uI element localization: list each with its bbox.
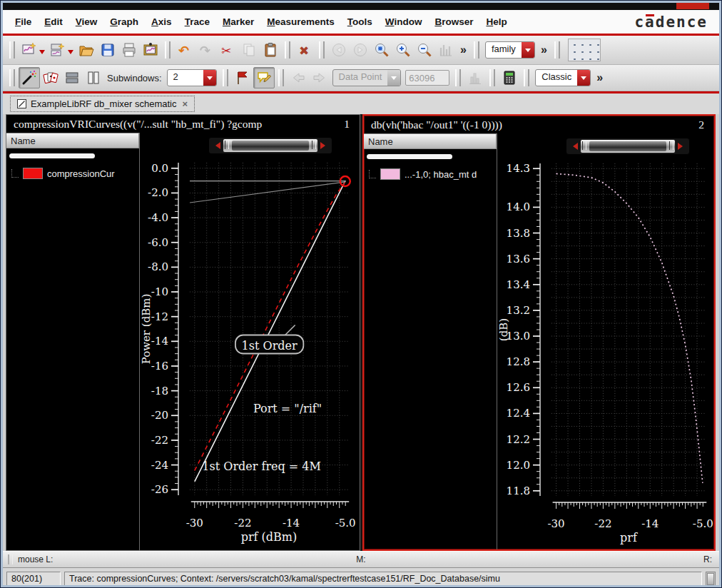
plot-annotation: 1st Order freq = 4M (202, 460, 321, 473)
trace-reference-extrapolation-line[interactable] (190, 182, 345, 203)
menu-graph[interactable]: Graph (103, 15, 145, 29)
slider-handle[interactable] (580, 139, 676, 153)
slider-grip-left[interactable] (582, 141, 586, 150)
annotate-icon[interactable] (253, 67, 275, 88)
trace-list[interactable]: compressionCur (6, 148, 139, 550)
svg-text:12.4: 12.4 (507, 407, 530, 420)
message-scrollbar-thumb[interactable] (707, 573, 714, 585)
svg-text:-30: -30 (186, 517, 203, 529)
svg-text:13.4: 13.4 (507, 278, 530, 291)
trace-list[interactable]: ...-1,0; hbac_mt d (364, 149, 497, 549)
cadence-logo: cadence (634, 14, 708, 31)
plot-canvas-2[interactable]: 14.314.013.813.613.413.213.012.812.612.4… (497, 156, 714, 549)
split-cols-icon[interactable] (83, 67, 104, 88)
calculator-icon[interactable] (499, 67, 520, 88)
toolbar-overflow-icon[interactable]: » (460, 44, 467, 56)
tab-label: ExampleLibRF db_mixer schematic (31, 98, 176, 109)
delete-icon[interactable]: ✖ (294, 39, 315, 61)
menu-tools[interactable]: Tools (341, 15, 379, 29)
paste-icon[interactable] (260, 39, 281, 61)
svg-text:-10: -10 (151, 285, 168, 298)
slider-right-arrow-icon[interactable] (678, 143, 686, 150)
menu-file[interactable]: File (9, 15, 38, 29)
toolbar-overflow-icon[interactable]: » (596, 71, 603, 84)
tab-example-librf[interactable]: ExampleLibRF db_mixer schematic × (10, 96, 195, 112)
message-scrollbar[interactable] (706, 572, 716, 587)
zoom-fit-icon[interactable] (371, 39, 392, 61)
subwindow-title-bar: db(vh('hbac "/out1" '((-1 0)))) 2 (364, 116, 714, 133)
plot-canvas-1[interactable]: 0.0-2.0-4.0-6.0-8.0-10-12-14-16-18-20-22… (140, 156, 357, 548)
graph-style-select-dropdown-icon[interactable] (577, 70, 590, 86)
toolbar-separator (165, 41, 171, 59)
main-toolbar: ↶↷✂✖»family» (3, 36, 719, 65)
background-window-fragment (676, 3, 709, 9)
zoom-in-icon[interactable] (392, 39, 414, 61)
open-icon[interactable] (76, 39, 97, 61)
name-panel-scrollbar[interactable] (367, 154, 452, 159)
dropdown-arrow-icon[interactable] (68, 50, 73, 57)
svg-text:↶: ↶ (178, 43, 189, 58)
menu-browser[interactable]: Browser (428, 15, 479, 29)
svg-text:prf: prf (620, 531, 638, 544)
svg-text:-16: -16 (151, 360, 168, 372)
svg-text:-14: -14 (641, 517, 659, 530)
graph-subwindow-2-active[interactable]: db(vh('hbac "/out1" '((-1 0)))) 2 Name .… (362, 114, 716, 551)
x-range-slider[interactable] (566, 138, 690, 155)
tree-branch-icon (369, 170, 376, 178)
family-select-dropdown-icon[interactable] (522, 42, 534, 58)
toolbar-separator (474, 41, 479, 59)
menu-view[interactable]: View (69, 15, 104, 29)
menu-measurements[interactable]: Measurements (260, 15, 341, 29)
new-subwindow-icon[interactable] (47, 39, 68, 61)
menu-window[interactable]: Window (379, 15, 429, 29)
undo-icon[interactable]: ↶ (174, 39, 195, 61)
slider-right-arrow-icon[interactable] (320, 142, 329, 149)
mouse-left-status: mouse L: (18, 554, 53, 564)
subwindows-select[interactable]: 2 (167, 69, 217, 86)
menu-marker[interactable]: Marker (216, 15, 260, 29)
split-rows-icon[interactable] (61, 67, 83, 88)
subwindows-select-dropdown-icon[interactable] (203, 70, 216, 86)
slider-left-arrow-icon[interactable] (569, 143, 578, 150)
subwindow-title-bar: compressionVRICurves((v("/...sult "hb_mt… (6, 115, 360, 133)
toolbar-overflow-icon[interactable]: » (541, 44, 547, 56)
name-panel-scrollbar[interactable] (9, 153, 95, 158)
wand-icon[interactable] (19, 67, 40, 88)
cards-icon[interactable] (40, 67, 61, 88)
new-graph-icon[interactable] (19, 39, 40, 61)
menu-axis[interactable]: Axis (145, 15, 178, 29)
tab-close-icon[interactable]: × (182, 98, 188, 109)
tab-bar: ExampleLibRF db_mixer schematic × (3, 91, 719, 114)
name-column-header[interactable]: Name (6, 133, 139, 148)
legend-item[interactable]: ...-1,0; hbac_mt d (367, 168, 495, 180)
zoom-out-icon[interactable] (414, 39, 435, 61)
x-range-slider[interactable] (208, 137, 332, 154)
slider-track-window[interactable] (232, 141, 309, 151)
slider-left-arrow-icon[interactable] (212, 142, 220, 149)
cut-icon[interactable]: ✂ (217, 39, 238, 61)
sweep-value-select: Data Point (332, 69, 402, 86)
flag-icon[interactable] (232, 67, 253, 88)
slider-grip-left[interactable] (225, 141, 229, 149)
menu-edit[interactable]: Edit (38, 15, 69, 29)
legend-item[interactable]: compressionCur (9, 168, 138, 179)
menu-help[interactable]: Help (479, 15, 513, 29)
save-icon[interactable] (97, 39, 118, 61)
graph-style-select[interactable]: Classic (535, 69, 591, 86)
svg-text:-5.0: -5.0 (693, 517, 713, 530)
menu-trace[interactable]: Trace (178, 15, 216, 29)
print-icon[interactable] (118, 39, 140, 61)
slider-grip-right[interactable] (312, 141, 316, 149)
statusbar-grip[interactable] (8, 554, 13, 564)
slider-grip-right[interactable] (669, 141, 673, 150)
trace-first-order-line[interactable] (195, 181, 345, 482)
dropdown-arrow-icon[interactable] (39, 50, 45, 57)
x-range-slider-row (140, 133, 360, 156)
name-column-header[interactable]: Name (364, 133, 497, 149)
slider-track-window[interactable] (589, 141, 666, 151)
graph-subwindow-1[interactable]: compressionVRICurves((v("/...sult "hb_mt… (6, 114, 360, 551)
slider-handle[interactable] (223, 138, 318, 153)
snapshot-icon[interactable] (140, 39, 161, 61)
family-select[interactable]: family (485, 41, 535, 59)
trace-context-message: Trace: compressionCurves; Context: /serv… (64, 572, 702, 587)
